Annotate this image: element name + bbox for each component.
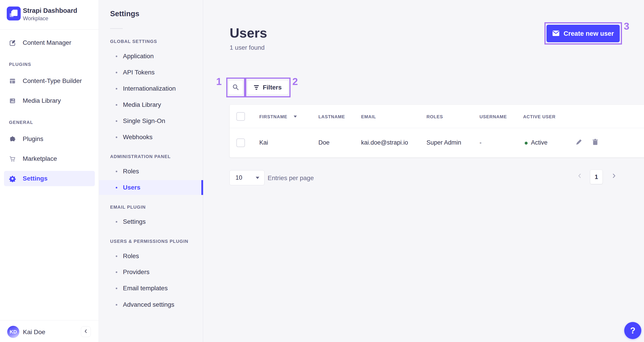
filters-button[interactable]: Filters bbox=[247, 80, 288, 95]
bullet-icon bbox=[116, 288, 117, 289]
strapi-logo-glyph-shadow bbox=[10, 13, 14, 17]
sidebar-section-plugins: PLUGINS bbox=[9, 62, 31, 67]
column-header-email[interactable]: EMAIL bbox=[361, 114, 376, 119]
column-header-username[interactable]: USERNAME bbox=[480, 114, 507, 119]
table-header-row: FIRSTNAME LASTNAME EMAIL ROLES USERNAME … bbox=[230, 105, 644, 128]
strapi-logo[interactable] bbox=[7, 7, 21, 21]
column-header-lastname[interactable]: LASTNAME bbox=[318, 114, 345, 119]
subnav-item-single-sign-on[interactable]: Single Sign-On bbox=[99, 114, 202, 128]
bullet-icon bbox=[116, 187, 117, 188]
subnav-item-advanced-settings[interactable]: Advanced settings bbox=[99, 297, 202, 312]
bullet-icon bbox=[116, 120, 117, 122]
sidebar-item-settings[interactable]: Settings bbox=[4, 171, 95, 186]
sidebar-item-label: Plugins bbox=[23, 135, 43, 143]
subnav-section-global-settings: GLOBAL SETTINGS bbox=[110, 39, 157, 44]
strapi-admin-app: Strapi Dashboard Workplace Content Manag… bbox=[0, 0, 644, 342]
sidebar-section-general: GENERAL bbox=[9, 120, 33, 125]
sidebar-item-plugins[interactable]: Plugins bbox=[4, 131, 95, 147]
previous-page-button[interactable] bbox=[576, 173, 583, 180]
subnav-item-label: Providers bbox=[123, 268, 150, 276]
cell-roles: Super Admin bbox=[426, 139, 461, 146]
subnav-item-up-roles[interactable]: Roles bbox=[99, 249, 202, 263]
sidebar-item-marketplace[interactable]: Marketplace bbox=[4, 151, 95, 166]
delete-user-button[interactable] bbox=[592, 139, 599, 146]
subnav-item-internationalization[interactable]: Internationalization bbox=[99, 81, 202, 96]
column-header-roles[interactable]: ROLES bbox=[426, 114, 443, 119]
subnav-item-label: Roles bbox=[123, 252, 139, 260]
sidebar-item-content-manager[interactable]: Content Manager bbox=[4, 35, 95, 50]
workspace-subtitle: Workplace bbox=[23, 15, 48, 22]
layout-grid-icon bbox=[9, 78, 16, 85]
subnav-item-label: API Tokens bbox=[123, 69, 154, 76]
row-checkbox[interactable] bbox=[236, 139, 245, 147]
chevron-left-icon bbox=[577, 173, 583, 180]
sidebar-item-label: Content-Type Builder bbox=[23, 77, 82, 85]
sidebar-divider-bottom bbox=[0, 320, 99, 320]
sidebar-item-label: Content Manager bbox=[23, 39, 71, 46]
subnav-item-email-templates[interactable]: Email templates bbox=[99, 281, 202, 295]
sidebar-divider-top bbox=[0, 30, 99, 30]
bullet-icon bbox=[116, 271, 117, 273]
subnav-item-label: Settings bbox=[123, 218, 146, 225]
sidebar-item-label: Marketplace bbox=[23, 155, 57, 162]
sort-descending-icon[interactable] bbox=[294, 116, 297, 118]
subnav-item-label: Advanced settings bbox=[123, 301, 174, 308]
cell-username: - bbox=[480, 139, 482, 146]
gear-icon bbox=[9, 175, 16, 182]
create-new-user-label: Create new user bbox=[564, 30, 614, 37]
create-new-user-button[interactable]: Create new user bbox=[546, 25, 620, 42]
collapse-sidebar-button[interactable] bbox=[81, 326, 91, 337]
select-all-checkbox[interactable] bbox=[236, 112, 245, 121]
cell-firstname: Kai bbox=[259, 139, 268, 146]
subnav-item-api-tokens[interactable]: API Tokens bbox=[99, 65, 202, 80]
feather-edit-icon bbox=[9, 39, 16, 46]
page-number-1[interactable]: 1 bbox=[590, 170, 602, 184]
entries-per-page-select[interactable]: 10 bbox=[230, 170, 264, 185]
cell-active-status: Active bbox=[531, 139, 548, 146]
column-header-active-user[interactable]: ACTIVE USER bbox=[523, 114, 556, 119]
subnav-item-label: Webhooks bbox=[123, 134, 152, 141]
page-title: Users bbox=[230, 25, 267, 41]
bullet-icon bbox=[116, 171, 117, 172]
search-button[interactable] bbox=[228, 80, 243, 95]
subnav-item-email-settings[interactable]: Settings bbox=[99, 214, 202, 229]
edit-user-button[interactable] bbox=[575, 139, 583, 146]
subnav-item-label: Application bbox=[123, 53, 154, 60]
filter-icon bbox=[254, 85, 259, 90]
annotation-label-2: 2 bbox=[292, 76, 298, 87]
entries-per-page-label: Entries per page bbox=[268, 174, 314, 182]
sidebar-item-content-type-builder[interactable]: Content-Type Builder bbox=[4, 73, 95, 89]
subnav-section-administration-panel: ADMINISTRATION PANEL bbox=[110, 154, 171, 159]
pencil-icon bbox=[575, 139, 582, 147]
annotation-label-1: 1 bbox=[216, 76, 222, 87]
envelope-icon bbox=[552, 30, 560, 37]
user-name: Kai Doe bbox=[23, 328, 46, 336]
user-avatar[interactable]: KD bbox=[7, 326, 19, 338]
next-page-button[interactable] bbox=[610, 173, 618, 180]
subnav-item-admin-roles[interactable]: Roles bbox=[99, 164, 202, 179]
subnav-item-label: Media Library bbox=[123, 101, 161, 108]
cell-lastname: Doe bbox=[318, 139, 330, 146]
active-item-indicator-bar bbox=[201, 180, 203, 195]
table-row[interactable]: Kai Doe kai.doe@strapi.io Super Admin - … bbox=[230, 128, 644, 157]
user-count-text: 1 user found bbox=[230, 44, 265, 51]
bullet-icon bbox=[116, 56, 117, 57]
chevron-left-icon bbox=[83, 328, 88, 335]
subnav-item-admin-users[interactable]: Users bbox=[99, 180, 202, 195]
main-content: Users 1 user found Create new user 3 1 F… bbox=[203, 0, 644, 342]
subnav-item-label: Internationalization bbox=[123, 85, 176, 92]
subnav-item-label: Users bbox=[123, 184, 140, 191]
chevron-right-icon bbox=[611, 173, 617, 180]
trash-icon bbox=[592, 139, 599, 147]
sidebar-item-label: Media Library bbox=[23, 97, 61, 104]
subnav-item-webhooks[interactable]: Webhooks bbox=[99, 130, 202, 144]
subnav-item-media-library[interactable]: Media Library bbox=[99, 98, 202, 112]
bullet-icon bbox=[116, 304, 117, 305]
subnav-item-application[interactable]: Application bbox=[99, 49, 202, 63]
subnav-title: Settings bbox=[110, 10, 139, 18]
sidebar-item-media-library[interactable]: Media Library bbox=[4, 93, 95, 108]
subnav-item-providers[interactable]: Providers bbox=[99, 265, 202, 279]
settings-subnav: Settings GLOBAL SETTINGS Application API… bbox=[99, 0, 203, 342]
help-button[interactable]: ? bbox=[624, 322, 641, 339]
column-header-firstname[interactable]: FIRSTNAME bbox=[259, 114, 288, 119]
